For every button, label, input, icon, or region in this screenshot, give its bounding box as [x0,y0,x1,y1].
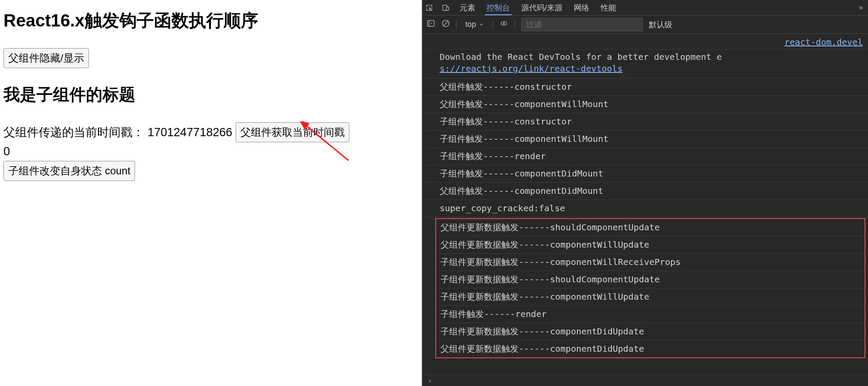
log-row: 父组件更新数据触发------componentWillUpdate [436,236,865,254]
devtools-tabbar: 元素 控制台 源代码/来源 网络 性能 » [422,0,868,16]
devtools-panel: 元素 控制台 源代码/来源 网络 性能 » top 默认级 react-dom.… [422,0,868,386]
log-level-selector[interactable]: 默认级 [649,20,672,30]
tab-network[interactable]: 网络 [572,0,591,16]
tab-console[interactable]: 控制台 [485,0,512,16]
console-prompt[interactable]: › [422,375,868,386]
get-timestamp-button[interactable]: 父组件获取当前时间戳 [236,122,349,142]
log-row: 子组件更新数据触发------shouldComponentUpdate [436,271,865,288]
inspect-icon[interactable] [425,3,434,12]
hint-text: Download the React DevTools for a better… [440,52,722,62]
divider [515,20,515,29]
svg-rect-2 [447,7,449,10]
tab-elements[interactable]: 元素 [458,0,477,16]
devtools-hint: Download the React DevTools for a better… [422,49,868,79]
svg-line-6 [444,21,448,26]
log-row: 子组件更新数据触发------componentWillUpdate [436,288,865,306]
timestamp-label: 父组件传递的当前时间戳： [3,124,144,140]
log-row: 子组件触发------render [436,306,865,323]
more-tabs-icon[interactable]: » [857,3,865,12]
source-link[interactable]: react-dom.devel [422,34,868,49]
tab-performance[interactable]: 性能 [599,0,618,16]
log-row: 子组件触发------componentDidMount [422,165,868,183]
timestamp-line: 父组件传递的当前时间戳：1701247718266 父组件获取当前时间戳 [3,122,418,142]
console-toolbar: top 默认级 [422,16,868,34]
log-row: 父组件更新数据触发------componentDidUpdate [436,340,865,357]
log-row: 父组件触发------constructor [422,79,868,96]
log-row: 子组件触发------constructor [422,113,868,131]
chevron-down-icon [479,22,484,27]
svg-point-8 [503,23,505,24]
log-row: 父组件触发------componentWillMount [422,96,868,113]
page-title: React16.x触发钩子函数执行顺序 [3,9,418,33]
svg-rect-4 [428,20,430,26]
log-row: 子组件更新数据触发------componentWillReceiveProps [436,254,865,271]
log-row: 子组件更新数据触发------componentDidUpdate [436,323,865,340]
live-expression-icon[interactable] [499,20,509,29]
filter-input[interactable] [521,18,643,31]
sidebar-toggle-icon[interactable] [427,20,435,29]
console-output[interactable]: react-dom.devel Download the React DevTo… [422,34,868,375]
count-value: 0 [3,145,418,158]
device-toolbar-icon[interactable] [441,3,450,12]
divider [456,20,457,29]
toggle-parent-button[interactable]: 父组件隐藏/显示 [3,48,89,68]
change-count-button[interactable]: 子组件改变自身状态 count [3,161,135,181]
timestamp-value: 1701247718266 [148,126,232,139]
context-label: top [465,20,476,29]
log-row: 子组件触发------componentWillMount [422,131,868,148]
log-row: 父组件更新数据触发------shouldComponentUpdate [436,219,865,236]
log-row: super_copy_cracked:false [422,200,868,217]
app-page: React16.x触发钩子函数执行顺序 父组件隐藏/显示 我是子组件的标题 父组… [0,0,422,386]
child-title: 我是子组件的标题 [3,84,418,106]
divider [493,20,493,29]
log-row: 子组件触发------render [422,148,868,165]
tab-sources[interactable]: 源代码/来源 [519,0,564,16]
log-row: 父组件触发------componentDidMount [422,183,868,200]
hint-link[interactable]: s://reactjs.org/link/react-devtools [440,63,622,74]
context-selector[interactable]: top [463,19,487,30]
highlighted-logs: 父组件更新数据触发------shouldComponentUpdate 父组件… [435,218,865,358]
clear-console-icon[interactable] [441,19,450,30]
